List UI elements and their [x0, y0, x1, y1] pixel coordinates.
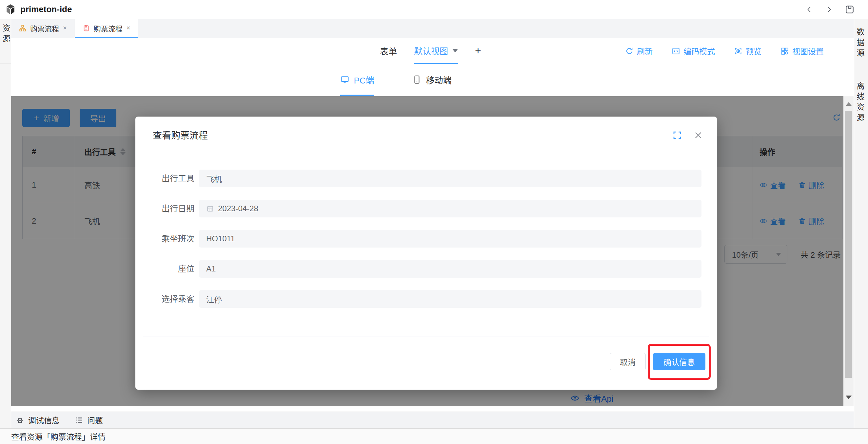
- field-label: 选择乘客: [135, 290, 194, 308]
- field-row: 出行工具 飞机: [135, 170, 717, 187]
- field-row: 座位 A1: [135, 260, 717, 278]
- scrollbar-thumb[interactable]: [845, 111, 852, 378]
- save-icon[interactable]: [844, 4, 855, 15]
- tab-label: 购票流程: [94, 23, 123, 33]
- chevron-down-icon: [452, 49, 458, 53]
- field-row: 乘坐班次 HO1011: [135, 230, 717, 247]
- field-label: 座位: [135, 260, 194, 278]
- tab-pc[interactable]: PC端: [340, 65, 374, 96]
- travel-tool-field[interactable]: 飞机: [199, 170, 702, 187]
- history-forward-icon[interactable]: [825, 5, 833, 14]
- refresh-icon: [625, 47, 633, 55]
- app-title: primeton-ide: [20, 4, 72, 14]
- list-icon: [75, 416, 83, 424]
- preview-button[interactable]: 预览: [734, 45, 762, 57]
- rail-resources[interactable]: 资源: [0, 24, 11, 64]
- rail-offline-resources[interactable]: 离线资源: [854, 73, 868, 138]
- field-row: 出行日期 2023-04-28: [135, 200, 717, 217]
- form-doc-icon: [83, 25, 90, 32]
- status-message: 查看资源「购票流程」详情: [11, 431, 105, 442]
- vertical-scrollbar[interactable]: [843, 96, 854, 406]
- view-toolbar: 表单 默认视图 + 刷新 编码模式 预览 视图设置: [11, 38, 854, 64]
- field-label: 出行工具: [135, 170, 194, 187]
- calendar-icon: [206, 205, 214, 212]
- add-view-button[interactable]: +: [475, 45, 481, 57]
- fullscreen-icon[interactable]: [672, 130, 682, 140]
- phone-icon: [412, 75, 422, 84]
- monitor-icon: [340, 75, 349, 84]
- title-bar: primeton-ide: [0, 0, 868, 19]
- tab-label: 购票流程: [30, 23, 59, 33]
- history-back-icon[interactable]: [805, 5, 814, 14]
- confirm-info-button[interactable]: 确认信息: [653, 353, 705, 370]
- scroll-up-icon[interactable]: [846, 102, 851, 106]
- code-mode-button[interactable]: 编码模式: [672, 45, 715, 57]
- form-menu[interactable]: 表单: [380, 45, 397, 57]
- status-bar: 查看资源「购票流程」详情: [0, 428, 868, 444]
- bug-icon: [16, 416, 24, 424]
- primeton-logo-icon: [5, 4, 16, 15]
- preview-eye-icon: [734, 47, 742, 55]
- code-window-icon: [672, 47, 680, 55]
- view-record-dialog: 查看购票流程 出行工具 飞机 出行日期 2023-04-28 乘坐班次: [135, 116, 717, 390]
- device-tabs: PC端 移动端: [11, 65, 854, 96]
- passenger-field[interactable]: 江停: [199, 290, 702, 308]
- tab-form-active[interactable]: 购票流程 ×: [75, 19, 138, 38]
- close-tab-icon[interactable]: ×: [63, 24, 67, 32]
- flight-number-field[interactable]: HO1011: [199, 230, 702, 247]
- debug-info-button[interactable]: 调试信息: [16, 414, 60, 426]
- scroll-down-icon[interactable]: [846, 396, 851, 399]
- seat-field[interactable]: A1: [199, 260, 702, 278]
- footer-divider: [143, 337, 709, 337]
- field-row: 选择乘客 江停: [135, 290, 717, 308]
- left-rail: 资源: [0, 19, 11, 428]
- cancel-button[interactable]: 取消: [610, 353, 646, 370]
- grid-settings-icon: [780, 47, 789, 55]
- field-label: 乘坐班次: [135, 230, 194, 247]
- editor-tabstrip: 购票流程 × 购票流程 ×: [11, 19, 854, 38]
- workflow-icon: [19, 25, 26, 32]
- right-rail: 数据源 离线资源: [854, 19, 868, 428]
- field-label: 出行日期: [135, 200, 194, 217]
- app-window: primeton-ide 资源 数据源 离线资源: [0, 0, 868, 444]
- close-tab-icon[interactable]: ×: [127, 24, 130, 32]
- rail-datasource[interactable]: 数据源: [854, 19, 868, 73]
- problems-button[interactable]: 问题: [75, 414, 103, 426]
- default-view-selector[interactable]: 默认视图: [414, 38, 458, 64]
- tab-flow[interactable]: 购票流程 ×: [11, 19, 75, 38]
- debug-bar: 调试信息 问题: [11, 412, 854, 428]
- tab-mobile[interactable]: 移动端: [412, 65, 452, 96]
- view-settings-button[interactable]: 视图设置: [780, 45, 824, 57]
- dialog-title: 查看购票流程: [153, 128, 208, 141]
- close-icon[interactable]: [693, 130, 703, 140]
- refresh-button[interactable]: 刷新: [625, 45, 653, 57]
- travel-date-field[interactable]: 2023-04-28: [199, 200, 702, 217]
